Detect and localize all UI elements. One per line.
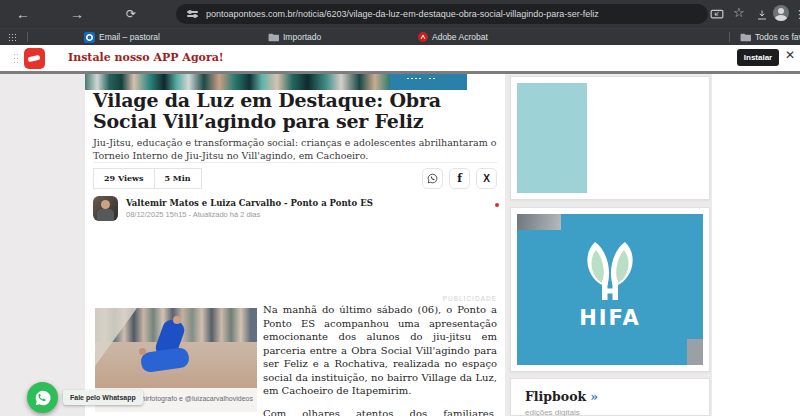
bookmark-label: Email – pastoral <box>99 32 160 42</box>
paragraph: Com olhares atentos dos familiares, prof… <box>263 407 497 416</box>
bookmark-label: Adobe Acrobat <box>432 32 488 42</box>
bookmark-acrobat[interactable]: Adobe Acrobat <box>418 29 488 45</box>
hero-image <box>85 74 505 90</box>
site-info-icon[interactable] <box>187 9 198 19</box>
sidebar-ad-hifa[interactable]: HIFA <box>510 207 710 372</box>
share-x-button[interactable]: X <box>476 168 497 189</box>
bookmark-importado[interactable]: Importado <box>268 29 321 45</box>
bookmark-email[interactable]: Email – pastoral <box>84 29 160 45</box>
profile-avatar[interactable] <box>773 5 789 21</box>
flipbook-subtitle: edições digitais <box>525 408 695 416</box>
whatsapp-fab[interactable] <box>27 382 58 413</box>
article-meta-row: 29 Views 5 Min f X <box>93 168 497 189</box>
publish-date: 08/12/2025 15h15 - Atualizado há 2 dias <box>126 210 260 219</box>
outlook-icon <box>84 32 95 43</box>
sidebar-ad-top[interactable] <box>510 76 710 200</box>
hero-image-blue-banner <box>390 74 467 90</box>
hero-image-collage <box>85 74 390 90</box>
divider <box>93 162 497 163</box>
photo-athlete-head <box>173 316 181 324</box>
photo-athlete-head <box>139 348 146 355</box>
paragraph: Na manhã do último sábado (06), o Ponto … <box>263 303 497 398</box>
acrobat-icon <box>418 32 428 42</box>
page-background-right <box>712 74 800 416</box>
hifa-ad-corner <box>517 214 561 230</box>
url-text: pontoapontoes.com.br/noticia/6203/vilage… <box>206 4 599 24</box>
hifa-wordmark: HIFA <box>579 306 641 330</box>
all-favorites-label: Todos os favoritos <box>755 32 800 42</box>
article-title: Vilage da Luz em Destaque: Obra Social V… <box>93 90 499 132</box>
author-name: Valtemir Matos e Luiza Carvalho - Ponto … <box>126 198 373 208</box>
install-app-banner: Instale nosso APP Agora! Instalar ✕ <box>0 45 800 74</box>
forward-icon[interactable]: → <box>70 6 84 22</box>
jiujitsu-photo <box>95 308 257 388</box>
sidebar-ad-top-image <box>517 83 587 193</box>
install-button[interactable]: Instalar <box>737 49 779 66</box>
bookmark-label: Importado <box>283 32 321 42</box>
browser-window: ← → ⟳ pontoapontoes.com.br/noticia/6203/… <box>0 0 800 416</box>
notification-dot <box>495 203 499 207</box>
whatsapp-icon <box>427 173 438 184</box>
folder-icon <box>740 33 751 42</box>
banner-close-icon[interactable]: ✕ <box>785 48 795 62</box>
drag-handle-icon <box>13 53 19 64</box>
address-bar[interactable]: pontoapontoes.com.br/noticia/6203/vilage… <box>176 4 708 24</box>
browser-toolbar: ← → ⟳ pontoapontoes.com.br/noticia/6203/… <box>0 0 800 28</box>
bookmarks-bar: Email – pastoral Importado Adobe Acrobat… <box>0 28 800 45</box>
hifa-logo: HIFA <box>571 238 649 338</box>
article-body: Na manhã do último sábado (06), o Ponto … <box>263 303 497 416</box>
bookmark-star-icon[interactable]: ☆ <box>733 5 745 21</box>
flipbook-title: Flipbook <box>525 389 586 404</box>
whatsapp-tooltip: Fale pelo Whatsapp <box>63 390 143 405</box>
bookmarks-divider <box>729 32 730 42</box>
menu-kebab-icon[interactable]: ⋮ <box>794 6 800 22</box>
article-subtitle: Jiu-Jitsu, educação e transformação soci… <box>93 136 497 162</box>
open-in-app-icon[interactable] <box>710 7 724 25</box>
site-app-icon <box>24 48 45 69</box>
flipbook-arrow: » <box>590 389 598 404</box>
whatsapp-icon <box>34 389 52 407</box>
sidebar-flipbook[interactable]: Flipbook» edições digitais <box>510 378 710 416</box>
share-whatsapp-button[interactable] <box>422 168 443 189</box>
banner-message: Instale nosso APP Agora! <box>68 45 224 71</box>
folder-icon <box>268 33 279 42</box>
read-time-badge: 5 Min <box>154 168 202 189</box>
article-card: Vilage da Luz em Destaque: Obra Social V… <box>85 74 505 416</box>
advertising-label: PUBLICIDADE <box>443 295 497 302</box>
share-facebook-button[interactable]: f <box>449 168 470 189</box>
photo-athlete-ground <box>140 347 190 373</box>
back-icon[interactable]: ← <box>16 6 30 22</box>
bookmarks-divider <box>27 32 28 42</box>
hifa-ad-corner <box>687 339 703 365</box>
author-avatar <box>93 196 118 221</box>
reload-icon[interactable]: ⟳ <box>126 6 136 22</box>
download-icon[interactable] <box>756 7 768 25</box>
apps-grid-icon[interactable] <box>8 33 17 42</box>
views-badge: 29 Views <box>93 168 155 189</box>
all-favorites[interactable]: Todos os favoritos <box>740 29 800 45</box>
hifa-ad-image: HIFA <box>517 214 703 365</box>
